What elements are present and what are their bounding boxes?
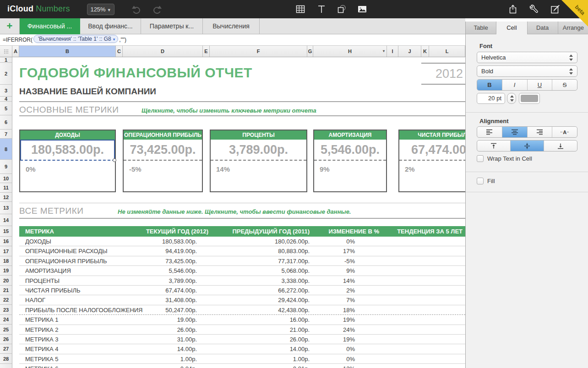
formula-bar[interactable]: =IFERROR('Вычисления' :: 'Table 1' :: G8… (0, 34, 465, 46)
fill-checkbox[interactable] (477, 178, 484, 184)
cell-change[interactable]: 17% (295, 246, 355, 256)
row-header-22[interactable]: 22 (0, 295, 12, 305)
report-title[interactable]: ГОДОВОЙ ФИНАНСОВЫЙ ОТЧЕТ (19, 65, 252, 81)
key-metrics-title[interactable]: ОСНОВНЫЕ МЕТРИКИ (19, 105, 119, 115)
insert-media-icon[interactable] (357, 4, 368, 15)
row-header-17[interactable]: 17 (0, 246, 12, 256)
cell-change[interactable]: 0% (295, 344, 355, 354)
column-header-k[interactable]: K (421, 46, 429, 57)
cell-current[interactable]: 3,789.00р. (105, 276, 197, 286)
row-header-19[interactable]: 19 (0, 266, 12, 276)
insert-shape-icon[interactable] (336, 4, 347, 15)
sheet-tab-financial[interactable]: Финансовый ... (19, 18, 80, 34)
row-header-6[interactable]: 6 (0, 115, 12, 130)
metric-card-value[interactable]: 3,789.00р. (211, 140, 306, 161)
table-row[interactable]: ЧИСТАЯ ПРИБЫЛЬ 67,474.00р. 66,272.00р. 2… (19, 286, 465, 295)
bold-button[interactable]: B (477, 80, 502, 90)
all-metrics-title[interactable]: ВСЕ МЕТРИКИ (19, 206, 83, 216)
table-row[interactable]: МЕТРИКА 1 19.00р. 16.00р. 19% (19, 315, 465, 325)
cell-current[interactable]: 67,474.00р. (105, 286, 197, 295)
row-header-14[interactable]: 14 (0, 214, 12, 226)
metric-card-depreciation[interactable]: АМОРТИЗАЦИЯ 5,546.00р. 9% (313, 130, 387, 192)
row-header-24[interactable]: 24 (0, 315, 12, 325)
row-header-5[interactable]: 5 (0, 102, 12, 115)
row-header-12[interactable]: 12 (0, 193, 12, 202)
column-header-g[interactable]: G (307, 46, 313, 57)
cell-change[interactable]: 9% (295, 266, 355, 276)
metric-card-value[interactable]: 67,474.00р. (399, 140, 465, 161)
align-top-button[interactable] (477, 141, 511, 151)
metric-card-change[interactable]: -5% (124, 161, 202, 173)
cell-current[interactable]: 31.00р. (105, 335, 197, 344)
table-row[interactable]: ПРИБЫЛЬ ПОСЛЕ НАЛОГООБЛОЖЕНИЯ 50,247.00р… (19, 305, 465, 315)
font-family-select[interactable]: Helvetica (477, 52, 577, 63)
italic-button[interactable]: I (502, 80, 528, 90)
column-header-j[interactable]: J (398, 46, 421, 57)
column-header-c[interactable]: C (116, 46, 123, 57)
selection-resize-handle[interactable] (113, 158, 116, 162)
cell-change[interactable]: 14% (295, 276, 355, 286)
table-row[interactable]: МЕТРИКА 5 1.00р. 1.00р. 0% (19, 354, 465, 364)
row-header-8[interactable]: 8 (0, 139, 12, 160)
metric-card-operating-profit[interactable]: ОПЕРАЦИОННАЯ ПРИБЫЛЬ 73,425.00р. -5% (123, 130, 203, 192)
row-header-16[interactable]: 16 (0, 237, 12, 246)
table-row[interactable]: НАЛОГ 31,408.00р. 29,424.00р. 7% (19, 295, 465, 305)
align-middle-button[interactable] (511, 141, 544, 151)
share-icon[interactable] (507, 4, 518, 15)
metric-card-change[interactable]: 0% (20, 161, 115, 173)
sheet-tab-calculations[interactable]: Вычисления (203, 18, 260, 34)
row-header-3[interactable]: 3 (0, 85, 12, 97)
column-header-a[interactable]: A (12, 46, 19, 57)
column-header-l[interactable]: L (429, 46, 465, 57)
cell-current[interactable]: 1.00р. (105, 354, 197, 364)
metric-card-value[interactable]: 5,546.00р. (314, 140, 386, 161)
row-header-28[interactable]: 28 (0, 354, 12, 364)
metrics-table[interactable]: МЕТРИКА ТЕКУЩИЙ ГОД (2012) ПРЕДЫДУЩИЙ ГО… (19, 226, 465, 368)
row-header-10[interactable]: 10 (0, 174, 12, 183)
cell-change[interactable]: 19% (295, 335, 355, 344)
font-size-field[interactable]: 20 pt (477, 93, 505, 104)
underline-button[interactable]: U (528, 80, 553, 90)
table-row[interactable]: ОПЕРАЦИОННЫЕ РАСХОДЫ 94,419.00р. 80,883.… (19, 246, 465, 256)
row-header-2[interactable]: 2 (0, 63, 12, 85)
row-header-11[interactable]: 11 (0, 183, 12, 193)
metric-card-change[interactable]: 9% (314, 161, 386, 173)
tab-arrange[interactable]: Arrange (558, 22, 588, 34)
cell-change[interactable]: 18% (295, 305, 355, 315)
cell-current[interactable]: 73,425.00р. (105, 256, 197, 266)
row-header-18[interactable]: 18 (0, 256, 12, 266)
column-header-d[interactable]: D (123, 46, 203, 57)
table-row[interactable]: МЕТРИКА 6 0.84р. 0.81р. 12% (19, 364, 465, 368)
column-header-f[interactable]: F (210, 46, 307, 57)
tab-cell[interactable]: Cell (496, 22, 527, 34)
table-row[interactable]: ОПЕРАЦИОННАЯ ПРИБЫЛЬ 73,425.00р. 77,317.… (19, 256, 465, 266)
metric-card-change[interactable]: 14% (211, 161, 306, 173)
redo-icon[interactable] (150, 5, 162, 14)
row-header-23[interactable]: 23 (0, 305, 12, 315)
column-header-i[interactable]: I (387, 46, 398, 57)
column-header-h[interactable]: H▾ (313, 46, 387, 57)
cell-change[interactable]: 0% (295, 237, 355, 246)
column-header-b[interactable]: B (19, 46, 116, 57)
report-year-cell[interactable]: 2012 (421, 63, 465, 85)
cell-current[interactable]: 5,546.00р. (105, 266, 197, 276)
cell-change[interactable]: 0% (295, 354, 355, 364)
column-menu-icon[interactable]: ▾ (383, 46, 385, 57)
sheet-tab-input[interactable]: Ввод финанс... (80, 18, 141, 34)
table-row[interactable]: МЕТРИКА 2 26.00р. 21.00р. 24% (19, 325, 465, 335)
cell-change[interactable]: 12% (295, 364, 355, 368)
cell-current[interactable]: 31,408.00р. (105, 295, 197, 305)
row-header-15[interactable]: 15 (0, 226, 12, 237)
row-header-21[interactable]: 21 (0, 286, 12, 295)
formula-reference-token[interactable]: 'Вычисления' :: 'Table 1' :: G8▾ (33, 35, 118, 43)
cell-change[interactable]: 7% (295, 295, 355, 305)
strikethrough-button[interactable]: S (552, 80, 577, 90)
metric-card-interest[interactable]: ПРОЦЕНТЫ 3,789.00р. 14% (210, 130, 307, 192)
table-row[interactable]: ДОХОДЫ 180,583.00р. 180,026.00р. 0% (19, 237, 465, 246)
cell-current[interactable]: 0.84р. (105, 364, 197, 368)
tab-data[interactable]: Data (528, 22, 558, 34)
row-header-25[interactable]: 25 (0, 325, 12, 335)
add-sheet-button[interactable]: + (0, 18, 19, 34)
align-center-button[interactable] (502, 127, 528, 137)
row-header-1[interactable]: 1 (0, 57, 12, 63)
